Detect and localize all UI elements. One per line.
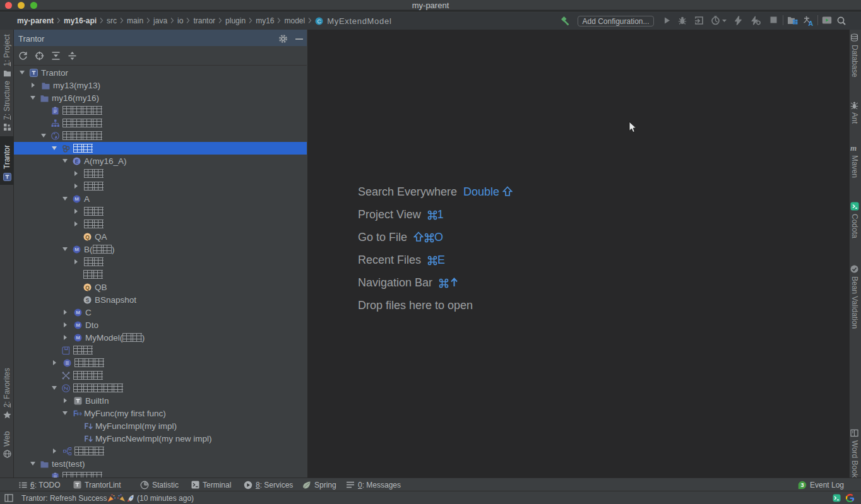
svg-text:m: m [851,144,857,152]
svg-text:Q: Q [85,233,90,240]
svg-text:Q: Q [85,284,90,290]
svg-text:3: 3 [800,482,804,488]
svg-text:M: M [76,310,80,315]
svg-text:M: M [76,335,80,341]
svg-text:A: A [809,20,814,26]
svg-text:E: E [75,158,79,164]
svg-text:M: M [74,247,79,252]
svg-text:S: S [86,296,90,303]
svg-text:M: M [74,196,79,202]
svg-text:M: M [76,322,80,328]
